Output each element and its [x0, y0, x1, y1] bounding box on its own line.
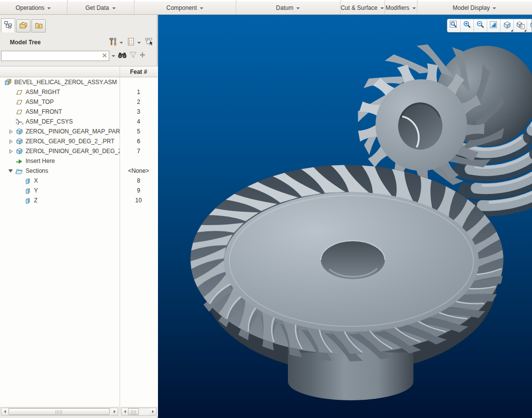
feat-value: 9	[120, 186, 157, 195]
display-style-button[interactable]	[501, 19, 514, 32]
menu-model-display[interactable]: Model Display	[417, 1, 532, 14]
tree-item-label: ASM_FRONT	[26, 108, 62, 115]
tree-columns-button[interactable]	[144, 37, 156, 48]
expander-collapsed[interactable]	[6, 149, 15, 154]
feat-column-fill	[120, 205, 157, 407]
tree-item-z[interactable]: Z10	[0, 195, 157, 205]
scroll-track[interactable]	[8, 408, 111, 415]
tree-item-x[interactable]: X8	[0, 176, 157, 186]
feat-horizontal-scrollbar[interactable]	[121, 408, 156, 416]
menu-datum[interactable]: Datum	[236, 1, 341, 14]
panel-title-row: Model Tree	[0, 36, 157, 48]
clipped-button[interactable]	[527, 19, 532, 32]
expander-collapsed[interactable]	[6, 139, 15, 144]
caret-down-icon	[137, 39, 141, 46]
tree-columns-icon	[145, 37, 155, 47]
tree-item-label: ZEROL_GEAR_90_DEG_2_.PRT	[26, 138, 115, 145]
view-manager-button[interactable]	[514, 19, 527, 32]
favorites-tab[interactable]	[31, 19, 46, 32]
tree-body: BEVEL_HELICAL_ZEROL_ASSY.ASMASM_RIGHT1AS…	[0, 77, 157, 407]
tree-item-label: ASM_TOP	[26, 98, 54, 105]
caret-down-icon	[296, 4, 300, 11]
tree-item-zerol-gear-90-deg-2-prt[interactable]: ZEROL_GEAR_90_DEG_2_.PRT6	[0, 136, 157, 146]
scroll-right-arrow[interactable]	[150, 408, 156, 415]
section-icon	[23, 187, 32, 194]
caret-down-icon	[112, 4, 116, 11]
datum-plane-icon	[15, 108, 24, 115]
tree-header: Feat #	[0, 66, 157, 77]
tree-filters-button[interactable]	[126, 37, 142, 48]
menu-cut-surface[interactable]: Cut & Surface	[341, 1, 385, 14]
find-button[interactable]	[118, 51, 127, 60]
tree-item-sections[interactable]: Sections<None>	[0, 166, 157, 176]
scroll-thumb[interactable]	[8, 408, 110, 415]
tree-tab-icon	[4, 21, 12, 30]
expander-expanded[interactable]	[6, 168, 15, 173]
expander-collapsed[interactable]	[6, 129, 15, 134]
tree-item-asm-right[interactable]: ASM_RIGHT1	[0, 87, 157, 97]
zoom-in-icon	[463, 20, 472, 31]
tree-item-bevel-helical-zerol-assy-asm[interactable]: BEVEL_HELICAL_ZEROL_ASSY.ASM	[0, 77, 157, 87]
menu-operations[interactable]: Operations	[0, 1, 67, 14]
creo-window: Operations Get Data Component Datum Cut …	[0, 0, 532, 418]
sections-icon	[15, 167, 24, 175]
model-tree: Feat # BEVEL_HELICAL_ZEROL_ASSY.ASMASM_R…	[0, 66, 157, 407]
tree-item-zerol-pinion-gear-90-deg-2-prt[interactable]: ZEROL_PINION_GEAR_90_DEG_2_.PRT7	[0, 146, 157, 156]
datum-plane-icon	[15, 89, 24, 96]
scroll-track[interactable]	[128, 408, 150, 415]
zoom-in-button[interactable]	[461, 19, 474, 32]
tree-settings-button[interactable]	[108, 37, 125, 48]
search-input[interactable]	[2, 52, 100, 60]
menu-bar: Operations Get Data Component Datum Cut …	[0, 1, 532, 15]
feat-value: 5	[120, 127, 157, 136]
folder-stack-icon	[19, 21, 28, 31]
scroll-left-arrow[interactable]	[1, 408, 8, 415]
csys-icon: xyz	[15, 118, 24, 126]
scroll-right-arrow[interactable]	[111, 408, 118, 415]
part-icon	[15, 147, 24, 155]
funnel-icon	[129, 51, 137, 60]
tree-horizontal-scrollbar[interactable]	[1, 408, 118, 416]
tree-item-zerol-pinion-gear-map-part-2-p[interactable]: ZEROL_PINION_GEAR_MAP_PART_2_.P5	[0, 127, 157, 136]
insert-arrow-icon	[15, 158, 24, 164]
tree-item-label: ASM_RIGHT	[26, 89, 60, 96]
scroll-thumb[interactable]	[128, 408, 139, 415]
search-history-button[interactable]	[111, 52, 116, 59]
tools-icon	[109, 37, 117, 47]
menu-component[interactable]: Component	[134, 1, 236, 14]
folder-browser-tab[interactable]	[16, 19, 31, 32]
part-icon	[15, 137, 24, 145]
assembly-icon	[3, 78, 12, 86]
plus-icon	[139, 52, 146, 60]
tree-item-asm-front[interactable]: ASM_FRONT3	[0, 107, 157, 117]
scroll-left-arrow[interactable]	[122, 408, 128, 415]
caret-down-icon	[380, 4, 384, 11]
tree-item-asm-top[interactable]: ASM_TOP2	[0, 97, 157, 107]
model-tree-panel: Model Tree Feat # BEVEL_HELICAL_ZEROL_AS…	[0, 15, 157, 418]
feat-value	[120, 156, 157, 166]
reorient-button[interactable]	[487, 19, 501, 32]
zoom-out-icon	[476, 20, 485, 31]
clear-search-icon[interactable]	[102, 53, 107, 60]
tree-item-asm-def-csys[interactable]: xyzASM_DEF_CSYS4	[0, 117, 157, 127]
zoom-out-button[interactable]	[474, 19, 487, 32]
list-settings-icon	[127, 37, 135, 47]
tree-item-y[interactable]: Y9	[0, 186, 157, 195]
view-toolbar	[447, 19, 532, 32]
tree-item-label: ZEROL_PINION_GEAR_MAP_PART_2_.P	[26, 128, 120, 135]
menu-modifiers[interactable]: Modifiers	[385, 1, 417, 14]
feat-value: 2	[120, 97, 157, 107]
model-tree-tab[interactable]	[1, 18, 15, 32]
section-icon	[23, 197, 32, 204]
tree-item-label: BEVEL_HELICAL_ZEROL_ASSY.ASM	[14, 79, 117, 86]
tree-item-insert-here[interactable]: Insert Here	[0, 156, 157, 166]
cube-icon	[502, 20, 512, 31]
menu-get-data[interactable]: Get Data	[67, 1, 134, 14]
add-search-button[interactable]	[139, 52, 146, 60]
filter-button[interactable]	[129, 51, 137, 60]
svg-text:x: x	[22, 122, 23, 125]
page-title: Model Tree	[10, 39, 41, 46]
3d-viewport[interactable]	[158, 15, 532, 418]
caret-icon	[111, 52, 116, 59]
zoom-window-button[interactable]	[447, 19, 461, 32]
